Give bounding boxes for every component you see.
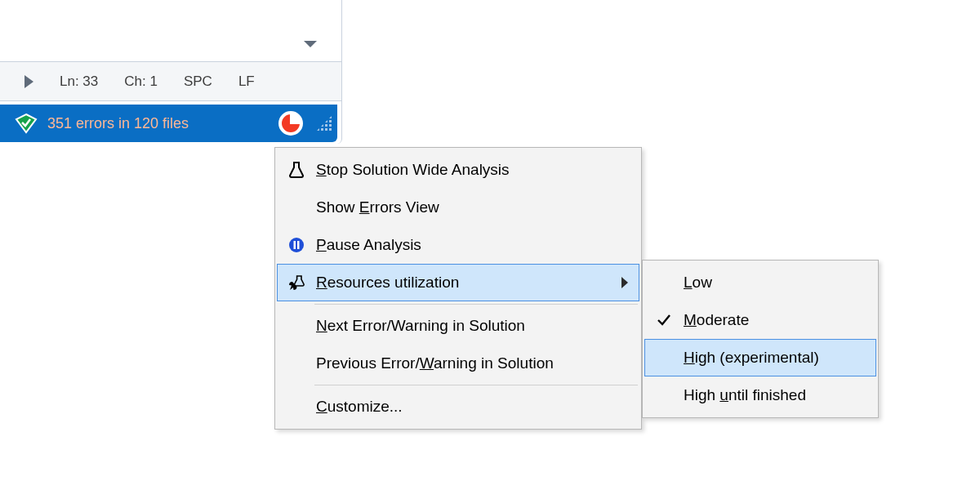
menu-item-customize[interactable]: Customize...	[277, 388, 639, 425]
menu-item-label: Resources utilization	[316, 274, 621, 292]
chevron-down-icon[interactable]	[304, 41, 317, 47]
resources-utilization-submenu: Low Moderate High (experimental) High un…	[642, 260, 879, 418]
menu-item-previous-error[interactable]: Previous Error/Warning in Solution	[277, 345, 639, 382]
menu-item-label: Customize...	[316, 398, 628, 416]
submenu-item-high[interactable]: High (experimental)	[644, 339, 876, 376]
analysis-progress-icon[interactable]	[278, 111, 303, 136]
menu-separator	[314, 385, 638, 385]
resize-grip-icon[interactable]	[316, 115, 332, 131]
menu-item-label: Low	[684, 274, 865, 292]
shield-check-icon	[15, 113, 38, 134]
menu-item-label: Stop Solution Wide Analysis	[316, 161, 628, 179]
analysis-context-menu: Stop Solution Wide Analysis Show Errors …	[274, 147, 642, 430]
editor-status-strip: Ln: 33 Ch: 1 SPC LF	[0, 62, 341, 101]
menu-item-label: High until finished	[684, 386, 865, 404]
svg-rect-3	[294, 241, 296, 249]
column-indicator: Ch: 1	[124, 74, 158, 90]
menu-item-stop-analysis[interactable]: Stop Solution Wide Analysis	[277, 151, 639, 189]
line-indicator: Ln: 33	[60, 74, 98, 90]
menu-item-label: Previous Error/Warning in Solution	[316, 354, 628, 372]
svg-rect-4	[297, 241, 300, 249]
submenu-item-moderate[interactable]: Moderate	[644, 301, 876, 339]
submenu-item-high-until-finished[interactable]: High until finished	[644, 376, 876, 414]
menu-item-label: Moderate	[684, 311, 865, 329]
solution-analysis-status-bar[interactable]: 351 errors in 120 files	[0, 105, 337, 142]
menu-item-show-errors-view[interactable]: Show Errors View	[277, 189, 639, 226]
indent-indicator: SPC	[184, 74, 212, 90]
menu-item-pause-analysis[interactable]: Pause Analysis	[277, 226, 639, 264]
editor-top-pane	[0, 0, 341, 62]
eol-indicator: LF	[238, 74, 255, 90]
menu-item-next-error[interactable]: Next Error/Warning in Solution	[277, 307, 639, 345]
wrench-flask-icon	[277, 274, 316, 292]
submenu-item-low[interactable]: Low	[644, 264, 876, 301]
check-icon	[644, 313, 684, 327]
menu-item-label: Pause Analysis	[316, 236, 628, 254]
error-count-text: 351 errors in 120 files	[47, 115, 189, 132]
menu-item-label: Show Errors View	[316, 198, 628, 216]
menu-item-resources-utilization[interactable]: Resources utilization	[277, 264, 639, 301]
play-icon[interactable]	[24, 75, 33, 88]
svg-point-2	[289, 238, 304, 252]
menu-separator	[314, 304, 638, 305]
submenu-arrow-icon	[621, 277, 628, 288]
menu-item-label: Next Error/Warning in Solution	[316, 317, 628, 335]
menu-item-label: High (experimental)	[684, 349, 865, 367]
pause-icon	[277, 237, 316, 253]
flask-icon	[277, 161, 316, 179]
